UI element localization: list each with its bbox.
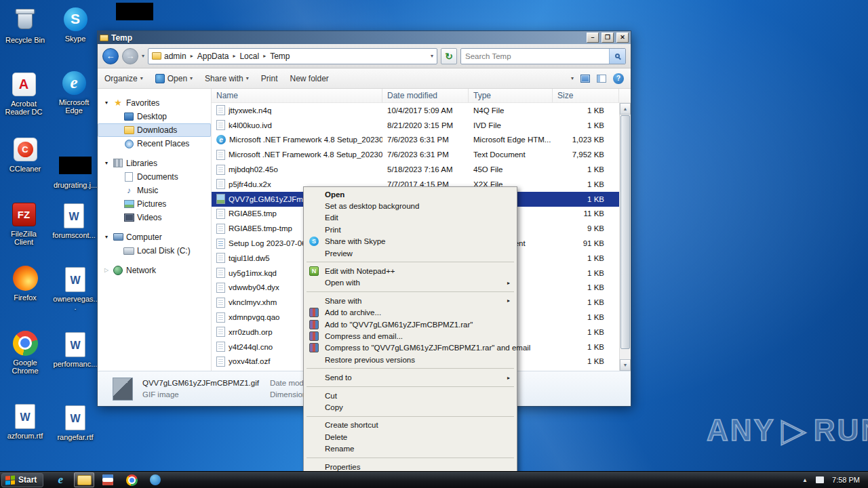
desktop-icon-rangefar-rtf[interactable]: rangefar.rtf bbox=[52, 404, 98, 441]
menu-item-restore-previous-versions[interactable]: Restore previous versions bbox=[305, 354, 515, 365]
menu-item-compress-and-email[interactable]: Compress and email... bbox=[305, 330, 515, 342]
taskbar-clock[interactable]: 7:58 PM bbox=[832, 476, 860, 484]
expander-icon[interactable]: ▾ bbox=[103, 234, 110, 240]
sidebar-group-computer[interactable]: ▾Computer bbox=[98, 230, 211, 244]
sidebar-item-music[interactable]: Music bbox=[98, 184, 211, 197]
search-input[interactable]: Search Temp bbox=[460, 48, 626, 64]
sidebar-item-local-disk-c[interactable]: Local Disk (C:) bbox=[98, 244, 211, 258]
expander-icon[interactable]: ▷ bbox=[103, 267, 110, 273]
menu-item-add-to-qvv7glgm61yzjfmcbpmz1-rar[interactable]: Add to "QVV7gLGM61yZJFmCBPMZ1.rar" bbox=[305, 319, 515, 330]
menu-item-share-with[interactable]: Share with▸ bbox=[305, 295, 515, 306]
desktop-icon-skype[interactable]: Skype bbox=[52, 5, 98, 43]
menu-item-edit-with-notepad[interactable]: Edit with Notepad++ bbox=[305, 265, 515, 277]
preview-pane-icon[interactable] bbox=[597, 75, 606, 83]
desktop-icon-label: Microsoft Edge bbox=[51, 98, 97, 115]
taskbar-explorer-button[interactable] bbox=[74, 472, 94, 487]
menu-item-edit[interactable]: Edit bbox=[305, 212, 515, 224]
file-row-microsoft-net-framework-4-8-setup-20230[interactable]: Microsoft .NET Framework 4.8 Setup_20230… bbox=[212, 147, 619, 162]
toolbar-new-folder[interactable]: New folder bbox=[290, 74, 329, 83]
tray-icon[interactable] bbox=[816, 476, 824, 483]
breadcrumb-item-temp[interactable]: Temp bbox=[270, 52, 290, 61]
scroll-up-icon[interactable]: ▲ bbox=[620, 103, 631, 115]
sidebar-item-recent-places[interactable]: Recent Places bbox=[98, 137, 211, 150]
vertical-scrollbar[interactable]: ▲ ▼ bbox=[619, 103, 631, 371]
column-header-size[interactable]: Size bbox=[553, 89, 619, 102]
toolbar-organize[interactable]: Organize▾ bbox=[104, 74, 143, 83]
menu-item-share-with-skype[interactable]: Share with Skype bbox=[305, 236, 515, 247]
forward-button[interactable]: → bbox=[122, 48, 138, 64]
column-header-date-modified[interactable]: Date modified bbox=[382, 89, 469, 102]
desktop-icon-forumscont[interactable]: forumscont... bbox=[51, 202, 97, 239]
show-hidden-icons-icon[interactable]: ▲ bbox=[802, 477, 808, 483]
title-bar[interactable]: Temp – ❐ ✕ bbox=[98, 31, 631, 44]
sidebar-group-libraries[interactable]: ▾Libraries bbox=[98, 156, 211, 170]
file-row-microsoft-net-framework-4-8-setup-20230[interactable]: Microsoft .NET Framework 4.8 Setup_20230… bbox=[212, 133, 619, 148]
close-button[interactable]: ✕ bbox=[616, 33, 629, 43]
breadcrumb-item-admin[interactable]: admin bbox=[164, 52, 186, 61]
desktop-icon-firefox[interactable]: Firefox bbox=[2, 264, 48, 302]
address-bar: ← → ▾ admin▸AppData▸Local▸Temp ▾ ↻ Searc… bbox=[98, 44, 631, 68]
scroll-down-icon[interactable]: ▼ bbox=[620, 359, 631, 371]
desktop-icon-filezilla-client[interactable]: FileZilla Client bbox=[1, 201, 47, 246]
sidebar-item-downloads[interactable]: Downloads bbox=[98, 123, 211, 137]
start-button[interactable]: Start bbox=[1, 473, 43, 487]
file-row-k4l00kuo-ivd[interactable]: k4l00kuo.ivd8/21/2020 3:15 PMIVD File1 K… bbox=[212, 118, 619, 133]
sidebar-group-favorites[interactable]: ▾Favorites bbox=[98, 96, 211, 110]
expander-icon[interactable]: ▾ bbox=[103, 100, 110, 106]
menu-item-print[interactable]: Print bbox=[305, 224, 515, 235]
desktop-icon-microsoft-edge[interactable]: Microsoft Edge bbox=[51, 69, 97, 115]
breadcrumb-item-appdata[interactable]: AppData bbox=[197, 52, 229, 61]
breadcrumb-item-local[interactable]: Local bbox=[239, 52, 259, 61]
menu-item-open[interactable]: Open bbox=[305, 188, 515, 200]
menu-item-add-to-archive[interactable]: Add to archive... bbox=[305, 307, 515, 319]
menu-item-preview[interactable]: Preview bbox=[305, 247, 515, 259]
menu-item-compress-to-qvv7glgm61yzjfmcbpmz1-rar-and-email[interactable]: Compress to "QVV7gLGM61yZJFmCBPMZ1.rar" … bbox=[305, 342, 515, 354]
menu-item-send-to[interactable]: Send to▸ bbox=[305, 371, 515, 383]
menu-item-set-as-desktop-background[interactable]: Set as desktop background bbox=[305, 200, 515, 211]
scrollbar-thumb[interactable] bbox=[620, 115, 630, 349]
taskbar-chrome-button[interactable] bbox=[121, 472, 142, 487]
back-button[interactable]: ← bbox=[102, 48, 119, 64]
menu-item-cut[interactable]: Cut bbox=[305, 390, 515, 401]
menu-item-create-shortcut[interactable]: Create shortcut bbox=[305, 420, 515, 431]
sidebar-item-pictures[interactable]: Pictures bbox=[98, 197, 211, 211]
column-header-type[interactable]: Type bbox=[469, 89, 553, 102]
expander-icon[interactable]: ▾ bbox=[103, 160, 110, 166]
toolbar-share-with[interactable]: Share with▾ bbox=[205, 74, 249, 83]
file-row-jttyxwek-n4q[interactable]: jttyxwek.n4q10/4/2017 5:09 AMN4Q File1 K… bbox=[212, 103, 619, 118]
desktop-icon-recycle-bin[interactable]: Recycle Bin bbox=[2, 7, 48, 44]
address-dropdown-icon[interactable]: ▾ bbox=[431, 53, 433, 59]
address-field[interactable]: admin▸AppData▸Local▸Temp ▾ bbox=[148, 48, 437, 64]
change-view-icon[interactable] bbox=[580, 75, 590, 83]
desktop-icon-ccleaner[interactable]: CCleaner bbox=[2, 136, 48, 173]
desktop-icon-drugrating-j[interactable]: drugrating.j... bbox=[52, 152, 98, 189]
refresh-button[interactable]: ↻ bbox=[441, 48, 457, 64]
menu-item-delete[interactable]: Delete bbox=[305, 431, 515, 443]
sidebar-item-videos[interactable]: Videos bbox=[98, 211, 211, 224]
sidebar-item-desktop[interactable]: Desktop bbox=[98, 110, 211, 123]
pictures-icon bbox=[123, 199, 134, 209]
maximize-button[interactable]: ❐ bbox=[601, 33, 614, 43]
minimize-button[interactable]: – bbox=[587, 33, 599, 43]
taskbar-bluecircle-button[interactable] bbox=[145, 472, 165, 487]
taskbar-ie-button[interactable] bbox=[50, 472, 71, 487]
desktop-icon-performanc[interactable]: performanc... bbox=[52, 331, 98, 368]
history-dropdown-icon[interactable]: ▾ bbox=[142, 53, 144, 59]
menu-item-open-with[interactable]: Open with▸ bbox=[305, 277, 515, 289]
sidebar-group-network[interactable]: ▷Network bbox=[98, 263, 211, 277]
chevron-down-icon[interactable]: ▾ bbox=[571, 75, 574, 81]
desktop-icon-acrobat-reader-dc[interactable]: Acrobat Reader DC bbox=[1, 70, 47, 116]
sidebar-item-documents[interactable]: Documents bbox=[98, 170, 211, 184]
menu-item-copy[interactable]: Copy bbox=[305, 401, 515, 413]
toolbar-print[interactable]: Print bbox=[261, 74, 278, 83]
desktop-icon-google-chrome[interactable]: Google Chrome bbox=[2, 329, 48, 375]
search-button[interactable] bbox=[609, 49, 625, 64]
desktop-icon-azforum-rtf[interactable]: azforum.rtf bbox=[2, 403, 48, 440]
file-row-mjbdqh02-45o[interactable]: mjbdqh02.45o5/18/2023 7:16 AM45O File1 K… bbox=[212, 162, 619, 177]
toolbar-open[interactable]: Open▾ bbox=[155, 74, 193, 83]
menu-item-rename[interactable]: Rename bbox=[305, 443, 515, 454]
help-icon[interactable]: ? bbox=[613, 73, 624, 84]
desktop-icon-ownervegas[interactable]: ownervegas... bbox=[52, 266, 98, 311]
taskbar-app-button[interactable] bbox=[98, 472, 118, 487]
column-header-name[interactable]: Name bbox=[212, 89, 382, 102]
